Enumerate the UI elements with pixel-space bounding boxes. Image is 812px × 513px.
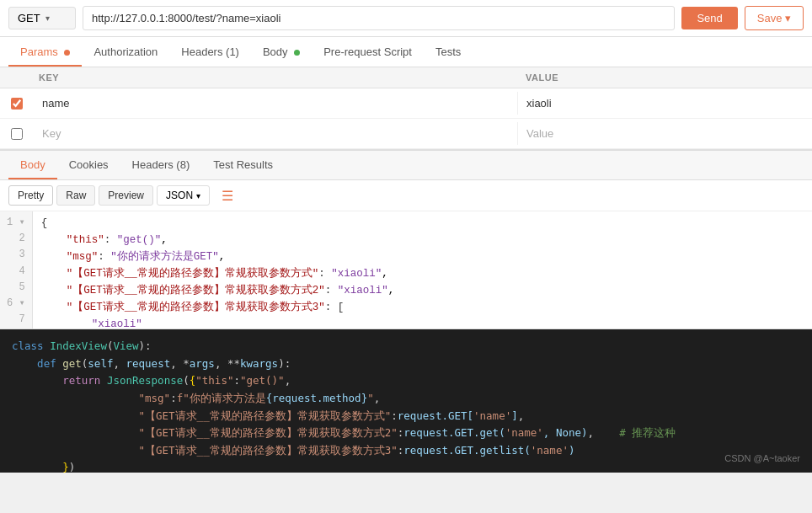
- response-tabs: Body Cookies Headers (8) Test Results: [0, 150, 812, 180]
- tab-tests[interactable]: Tests: [424, 39, 473, 67]
- placeholder-key[interactable]: Key: [34, 122, 517, 145]
- params-dot: [64, 50, 70, 56]
- json-line-2: "this": "get()",: [41, 232, 804, 248]
- row-checkbox[interactable]: [11, 98, 23, 110]
- format-pretty-button[interactable]: Pretty: [8, 185, 53, 206]
- line-num: 3: [0, 247, 32, 263]
- code-panel: class IndexView(View): def get(self, req…: [0, 329, 812, 473]
- json-line-3: "msg": "你的请求方法是GET",: [41, 248, 804, 265]
- url-input[interactable]: [83, 6, 675, 30]
- value-header: VALUE: [517, 67, 812, 88]
- body-dot: [294, 50, 300, 56]
- tab-authorization[interactable]: Authorization: [82, 39, 169, 67]
- code-content: class IndexView(View): def get(self, req…: [12, 338, 800, 473]
- response-body: 1 ▾ 2 3 4 5 6 ▾ 7 8 9 { "this": "get()",…: [0, 211, 812, 329]
- format-preview-button[interactable]: Preview: [99, 185, 153, 206]
- request-tabs: Params Authorization Headers (1) Body Pr…: [0, 37, 812, 67]
- top-bar: GET ▾ Send Save ▾: [0, 0, 812, 37]
- tab-params[interactable]: Params: [8, 39, 82, 67]
- line-num: 5: [0, 280, 32, 296]
- tab-headers[interactable]: Headers (1): [169, 39, 251, 67]
- tab-body-resp[interactable]: Body: [8, 152, 57, 179]
- key-header: KEY: [0, 67, 517, 88]
- line-num: 2: [0, 231, 32, 247]
- placeholder-checkbox[interactable]: [11, 128, 23, 140]
- table-row: name xiaoli: [0, 88, 812, 119]
- row-key: name: [34, 92, 517, 115]
- send-button[interactable]: Send: [681, 7, 737, 29]
- method-label: GET: [18, 12, 40, 24]
- line-num: 1 ▾: [0, 215, 32, 231]
- row-checkbox-cell[interactable]: [0, 98, 34, 110]
- line-numbers: 1 ▾ 2 3 4 5 6 ▾ 7 8 9: [0, 211, 33, 329]
- json-line-7: "xiaoli": [41, 316, 804, 329]
- code-area: 1 ▾ 2 3 4 5 6 ▾ 7 8 9 { "this": "get()",…: [0, 211, 812, 329]
- params-table: KEY VALUE name xiaoli Key Value: [0, 67, 812, 150]
- watermark: CSDN @A~taoker: [724, 451, 800, 466]
- json-line-4: "【GET请求__常规的路径参数】常规获取参数方式": "xiaoli",: [41, 265, 804, 282]
- tab-body[interactable]: Body: [251, 39, 312, 67]
- tab-cookies[interactable]: Cookies: [57, 152, 120, 179]
- line-num: 4: [0, 264, 32, 280]
- response-toolbar: Pretty Raw Preview JSON ▾ ☰: [0, 180, 812, 211]
- tab-pre-request[interactable]: Pre-request Script: [312, 39, 424, 67]
- type-select[interactable]: JSON ▾: [157, 185, 210, 206]
- line-num: 7: [0, 312, 32, 328]
- code-lines: { "this": "get()", "msg": "你的请求方法是GET", …: [33, 211, 812, 329]
- line-num: 6 ▾: [0, 296, 32, 312]
- placeholder-checkbox-cell[interactable]: [0, 128, 34, 140]
- table-row-placeholder: Key Value: [0, 119, 812, 149]
- clear-icon[interactable]: ☰: [222, 188, 233, 204]
- row-value: xiaoli: [517, 92, 812, 115]
- method-select[interactable]: GET ▾: [8, 7, 76, 29]
- format-raw-button[interactable]: Raw: [56, 185, 95, 206]
- chevron-down-icon: ▾: [196, 191, 200, 200]
- chevron-down-icon: ▾: [45, 13, 50, 23]
- tab-headers-resp[interactable]: Headers (8): [120, 152, 202, 179]
- save-button[interactable]: Save ▾: [745, 6, 804, 30]
- json-line-1: {: [41, 215, 804, 232]
- tab-test-results[interactable]: Test Results: [201, 152, 285, 179]
- json-line-5: "【GET请求__常规的路径参数】常规获取参数方式2": "xiaoli",: [41, 282, 804, 299]
- params-table-header: KEY VALUE: [0, 67, 812, 88]
- json-line-6: "【GET请求__常规的路径参数】常规获取参数方式3": [: [41, 299, 804, 316]
- placeholder-value[interactable]: Value: [517, 122, 812, 145]
